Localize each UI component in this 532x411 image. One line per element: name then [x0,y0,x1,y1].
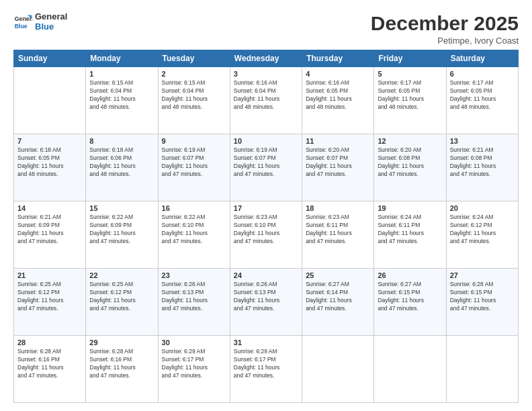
logo: General Blue General Blue [13,12,67,32]
cell-info: Sunrise: 6:19 AM Sunset: 6:07 PM Dayligh… [162,146,226,179]
table-cell: 31Sunrise: 6:29 AM Sunset: 6:17 PM Dayli… [230,336,302,403]
month-title: December 2025 [371,12,519,34]
col-saturday: Saturday [446,50,518,67]
table-cell: 22Sunrise: 6:25 AM Sunset: 6:12 PM Dayli… [86,269,158,336]
cell-info: Sunrise: 6:18 AM Sunset: 6:06 PM Dayligh… [89,146,154,179]
table-cell: 7Sunrise: 6:18 AM Sunset: 6:05 PM Daylig… [14,134,86,201]
title-block: December 2025 Petimpe, Ivory Coast [371,12,519,46]
day-number: 19 [378,204,442,212]
day-number: 26 [378,271,442,279]
logo-general: General [35,12,67,22]
cell-info: Sunrise: 6:20 AM Sunset: 6:08 PM Dayligh… [378,146,442,179]
calendar-week-3: 14Sunrise: 6:21 AM Sunset: 6:09 PM Dayli… [14,201,519,269]
table-cell [14,67,86,134]
day-number: 24 [234,271,298,279]
day-number: 25 [306,271,370,279]
day-number: 18 [306,204,370,212]
day-number: 22 [89,271,154,279]
day-number: 6 [450,70,515,78]
cell-info: Sunrise: 6:22 AM Sunset: 6:09 PM Dayligh… [89,214,154,246]
day-number: 29 [89,338,154,347]
cell-info: Sunrise: 6:24 AM Sunset: 6:12 PM Dayligh… [450,214,515,246]
calendar-week-2: 7Sunrise: 6:18 AM Sunset: 6:05 PM Daylig… [14,134,519,201]
table-cell: 19Sunrise: 6:24 AM Sunset: 6:11 PM Dayli… [374,201,446,269]
table-cell: 26Sunrise: 6:27 AM Sunset: 6:15 PM Dayli… [374,269,446,336]
day-number: 7 [17,137,82,145]
day-number: 14 [17,204,82,212]
day-number: 5 [378,70,442,78]
table-cell: 30Sunrise: 6:29 AM Sunset: 6:17 PM Dayli… [158,336,230,403]
cell-info: Sunrise: 6:24 AM Sunset: 6:11 PM Dayligh… [378,214,442,246]
day-number: 27 [450,271,515,279]
cell-info: Sunrise: 6:23 AM Sunset: 6:11 PM Dayligh… [306,214,370,246]
logo-blue: Blue [35,22,67,32]
table-cell: 6Sunrise: 6:17 AM Sunset: 6:05 PM Daylig… [446,67,518,134]
cell-info: Sunrise: 6:16 AM Sunset: 6:04 PM Dayligh… [234,79,298,111]
cell-info: Sunrise: 6:25 AM Sunset: 6:12 PM Dayligh… [89,281,154,313]
table-cell: 21Sunrise: 6:25 AM Sunset: 6:12 PM Dayli… [14,269,86,336]
table-cell: 3Sunrise: 6:16 AM Sunset: 6:04 PM Daylig… [230,67,302,134]
cell-info: Sunrise: 6:15 AM Sunset: 6:04 PM Dayligh… [89,79,154,111]
cell-info: Sunrise: 6:17 AM Sunset: 6:05 PM Dayligh… [378,79,442,111]
calendar-week-4: 21Sunrise: 6:25 AM Sunset: 6:12 PM Dayli… [14,269,519,336]
table-cell: 1Sunrise: 6:15 AM Sunset: 6:04 PM Daylig… [86,67,158,134]
table-cell: 2Sunrise: 6:15 AM Sunset: 6:04 PM Daylig… [158,67,230,134]
cell-info: Sunrise: 6:28 AM Sunset: 6:16 PM Dayligh… [17,348,82,380]
day-number: 30 [162,338,226,347]
table-cell: 16Sunrise: 6:22 AM Sunset: 6:10 PM Dayli… [158,201,230,269]
table-cell: 28Sunrise: 6:28 AM Sunset: 6:16 PM Dayli… [14,336,86,403]
day-number: 20 [450,204,515,212]
day-number: 9 [162,137,226,145]
day-number: 2 [162,70,226,78]
cell-info: Sunrise: 6:18 AM Sunset: 6:05 PM Dayligh… [17,146,82,179]
day-number: 13 [450,137,515,145]
table-cell: 5Sunrise: 6:17 AM Sunset: 6:05 PM Daylig… [374,67,446,134]
col-tuesday: Tuesday [158,50,230,67]
cell-info: Sunrise: 6:25 AM Sunset: 6:12 PM Dayligh… [17,281,82,313]
cell-info: Sunrise: 6:16 AM Sunset: 6:05 PM Dayligh… [306,79,370,111]
table-cell: 17Sunrise: 6:23 AM Sunset: 6:10 PM Dayli… [230,201,302,269]
page: General Blue General Blue December 2025 … [0,0,532,411]
table-cell: 27Sunrise: 6:28 AM Sunset: 6:15 PM Dayli… [446,269,518,336]
col-wednesday: Wednesday [230,50,302,67]
day-number: 8 [89,137,154,145]
cell-info: Sunrise: 6:27 AM Sunset: 6:15 PM Dayligh… [378,281,442,313]
cell-info: Sunrise: 6:27 AM Sunset: 6:14 PM Dayligh… [306,281,370,313]
cell-info: Sunrise: 6:28 AM Sunset: 6:16 PM Dayligh… [89,348,154,380]
day-number: 12 [378,137,442,145]
col-sunday: Sunday [14,50,86,67]
cell-info: Sunrise: 6:21 AM Sunset: 6:09 PM Dayligh… [17,214,82,246]
table-cell: 24Sunrise: 6:26 AM Sunset: 6:13 PM Dayli… [230,269,302,336]
cell-info: Sunrise: 6:29 AM Sunset: 6:17 PM Dayligh… [162,348,226,380]
col-monday: Monday [86,50,158,67]
day-number: 11 [306,137,370,145]
col-thursday: Thursday [302,50,374,67]
location: Petimpe, Ivory Coast [371,36,519,46]
day-number: 31 [234,338,298,347]
logo-icon: General Blue [13,13,32,32]
table-cell: 25Sunrise: 6:27 AM Sunset: 6:14 PM Dayli… [302,269,374,336]
cell-info: Sunrise: 6:23 AM Sunset: 6:10 PM Dayligh… [234,214,298,246]
calendar-header-row: Sunday Monday Tuesday Wednesday Thursday… [14,50,519,67]
day-number: 1 [89,70,154,78]
cell-info: Sunrise: 6:20 AM Sunset: 6:07 PM Dayligh… [306,146,370,179]
cell-info: Sunrise: 6:17 AM Sunset: 6:05 PM Dayligh… [450,79,515,111]
cell-info: Sunrise: 6:26 AM Sunset: 6:13 PM Dayligh… [162,281,226,313]
cell-info: Sunrise: 6:28 AM Sunset: 6:15 PM Dayligh… [450,281,515,313]
cell-info: Sunrise: 6:19 AM Sunset: 6:07 PM Dayligh… [234,146,298,179]
day-number: 15 [89,204,154,212]
table-cell: 18Sunrise: 6:23 AM Sunset: 6:11 PM Dayli… [302,201,374,269]
table-cell: 11Sunrise: 6:20 AM Sunset: 6:07 PM Dayli… [302,134,374,201]
calendar-week-5: 28Sunrise: 6:28 AM Sunset: 6:16 PM Dayli… [14,336,519,403]
day-number: 23 [162,271,226,279]
table-cell: 15Sunrise: 6:22 AM Sunset: 6:09 PM Dayli… [86,201,158,269]
cell-info: Sunrise: 6:29 AM Sunset: 6:17 PM Dayligh… [234,348,298,380]
table-cell: 8Sunrise: 6:18 AM Sunset: 6:06 PM Daylig… [86,134,158,201]
table-cell: 23Sunrise: 6:26 AM Sunset: 6:13 PM Dayli… [158,269,230,336]
table-cell: 29Sunrise: 6:28 AM Sunset: 6:16 PM Dayli… [86,336,158,403]
calendar-week-1: 1Sunrise: 6:15 AM Sunset: 6:04 PM Daylig… [14,67,519,134]
svg-text:Blue: Blue [15,23,28,30]
col-friday: Friday [374,50,446,67]
header: General Blue General Blue December 2025 … [13,12,519,46]
cell-info: Sunrise: 6:15 AM Sunset: 6:04 PM Dayligh… [162,79,226,111]
